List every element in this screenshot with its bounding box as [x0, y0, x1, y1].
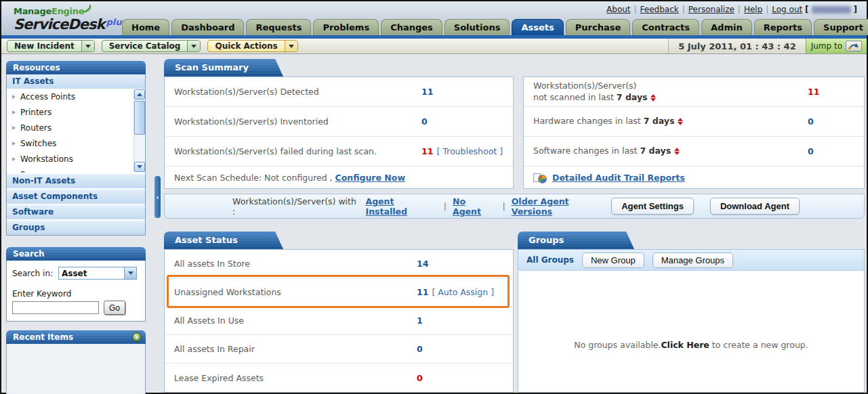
- row-value[interactable]: 0: [417, 344, 423, 354]
- configure-now-link[interactable]: Configure Now: [335, 173, 405, 183]
- sidebar-section-asset-components[interactable]: Asset Components: [7, 188, 145, 204]
- sidebar-section-groups[interactable]: Groups: [7, 219, 145, 235]
- scroll-thumb[interactable]: [134, 101, 145, 135]
- search-in-select[interactable]: Asset: [58, 267, 137, 280]
- row-value[interactable]: 0: [808, 116, 814, 127]
- row-value[interactable]: 11: [421, 87, 433, 97]
- tab-problems[interactable]: Problems: [313, 19, 379, 35]
- all-groups-label[interactable]: All Groups: [526, 255, 574, 265]
- search-panel-header: Search: [6, 247, 146, 261]
- row-value[interactable]: 11: [417, 287, 428, 297]
- new-incident-dropdown-icon[interactable]: [81, 41, 94, 51]
- sidebar-section-software[interactable]: Software: [7, 204, 145, 219]
- sidebar-item-servers[interactable]: Servers: [7, 167, 145, 173]
- sidebar-item-routers[interactable]: Routers: [7, 120, 145, 135]
- auto-assign-link[interactable]: [ Auto Assign ]: [432, 287, 494, 297]
- recent-items-body: [6, 344, 146, 394]
- top-links: About|Feedback|Personalize|Help|Log out …: [606, 5, 857, 14]
- logo-swoosh-icon: [83, 4, 92, 15]
- sidebar-item-access-points[interactable]: Access Points: [7, 89, 145, 104]
- tab-admin[interactable]: Admin: [701, 19, 752, 35]
- go-button[interactable]: Go: [104, 301, 125, 315]
- download-agent-button[interactable]: Download Agent: [710, 198, 800, 215]
- no-agent-link[interactable]: No Agent: [453, 196, 497, 217]
- help-link[interactable]: Help: [744, 5, 762, 14]
- troubleshoot-link[interactable]: [ Troubleshoot ]: [436, 146, 503, 156]
- link-separator: |: [634, 5, 637, 14]
- spinner-updown-icon[interactable]: [674, 148, 680, 155]
- sidebar-section-non-it-assets[interactable]: Non-IT Assets: [7, 173, 145, 188]
- tab-assets[interactable]: Assets: [512, 19, 563, 35]
- service-catalog-button[interactable]: Service Catalog: [102, 40, 201, 52]
- search-panel: Search Search in: Asset Enter Keyword Go: [6, 247, 146, 322]
- username-bracket-close: ]: [854, 5, 857, 14]
- feedback-link[interactable]: Feedback: [640, 5, 679, 14]
- scan-row-not-scanned: Workstation(s)/Server(s) not scanned in …: [524, 77, 864, 107]
- tab-solutions[interactable]: Solutions: [445, 19, 510, 35]
- label-bold: 7 days: [644, 116, 675, 126]
- scan-row-software-changes: Software changes in last 7 days 0: [524, 137, 864, 167]
- main-content: Scan Summary Workstation(s)/Server(s) De…: [164, 59, 865, 394]
- collapse-chevron-icon[interactable]: »: [132, 332, 142, 342]
- older-agent-versions-link[interactable]: Older Agent Versions: [512, 196, 611, 217]
- tab-changes[interactable]: Changes: [381, 19, 442, 35]
- spinner-updown-icon[interactable]: [650, 94, 656, 102]
- scroll-up-icon[interactable]: [134, 89, 145, 100]
- asset-status-box: All assets In Store 14 Unassigned Workst…: [164, 249, 514, 393]
- groups-panel-tab: Groups: [518, 232, 634, 249]
- agent-settings-button[interactable]: Agent Settings: [611, 198, 694, 215]
- about-link[interactable]: About: [606, 5, 630, 14]
- asset-row-in-repair: All assets In Repair 0: [165, 335, 513, 364]
- row-value[interactable]: 0: [421, 116, 428, 127]
- row-value[interactable]: 14: [417, 259, 428, 269]
- sidebar-item-switches[interactable]: Switches: [7, 135, 145, 151]
- manage-groups-button[interactable]: Manage Groups: [653, 253, 733, 268]
- quick-actions-button[interactable]: Quick Actions: [207, 40, 297, 52]
- detailed-audit-trail-link[interactable]: Detailed Audit Trail Reports: [552, 173, 685, 183]
- agent-prefix: Workstation(s)/Server(s) with :: [232, 196, 360, 217]
- agent-bar: Workstation(s)/Server(s) with : Agent In…: [164, 194, 865, 219]
- personalize-link[interactable]: Personalize: [688, 5, 735, 14]
- tab-requests[interactable]: Requests: [246, 19, 311, 35]
- new-incident-label: New Incident: [7, 41, 81, 51]
- quick-actions-dropdown-icon[interactable]: [285, 41, 297, 51]
- tab-dashboard[interactable]: Dashboard: [171, 19, 244, 35]
- keyword-input[interactable]: [12, 301, 99, 314]
- search-panel-body: Search in: Asset Enter Keyword Go: [6, 261, 146, 322]
- tab-reports[interactable]: Reports: [754, 19, 812, 35]
- scan-summary-left-box: Workstation(s)/Server(s) Detected 11 Wor…: [164, 76, 514, 189]
- jump-to-control[interactable]: Jump to: [806, 39, 867, 53]
- row-value[interactable]: 1: [417, 315, 423, 326]
- sidebar-section-it-assets[interactable]: IT Assets: [7, 74, 145, 89]
- sidebar-item-printers[interactable]: Printers: [7, 104, 145, 120]
- username-redacted: [812, 6, 851, 14]
- sidebar-item-workstations[interactable]: Workstations: [7, 151, 145, 167]
- logo-servicedesk: ServiceDesk: [14, 16, 104, 32]
- scan-row-hardware-changes: Hardware changes in last 7 days 0: [524, 107, 864, 137]
- new-group-button[interactable]: New Group: [582, 253, 644, 268]
- agent-installed-link[interactable]: Agent Installed: [365, 196, 437, 217]
- sidebar-collapse-handle[interactable]: ‹: [154, 176, 161, 218]
- row-value[interactable]: 0: [808, 146, 814, 156]
- row-label: Workstation(s)/Server(s) failed during l…: [174, 146, 421, 156]
- new-incident-button[interactable]: New Incident: [7, 40, 95, 52]
- spinner-updown-icon[interactable]: [678, 118, 683, 125]
- tab-home[interactable]: Home: [122, 19, 169, 35]
- service-catalog-dropdown-icon[interactable]: [187, 41, 200, 51]
- tree-scrollbar[interactable]: [133, 89, 144, 172]
- tab-purchase[interactable]: Purchase: [566, 19, 630, 35]
- tab-contracts[interactable]: Contracts: [632, 19, 699, 35]
- logout-link[interactable]: Log out: [772, 5, 802, 14]
- jump-to-icon[interactable]: [846, 41, 862, 51]
- tab-support[interactable]: Support: [814, 19, 868, 35]
- click-here-link[interactable]: Click Here: [661, 340, 709, 350]
- recent-items-header: Recent Items »: [6, 330, 146, 344]
- chevron-down-icon[interactable]: [124, 267, 136, 279]
- row-value[interactable]: 11: [421, 146, 433, 156]
- row-value[interactable]: 11: [808, 87, 819, 97]
- row-value[interactable]: 0: [417, 373, 423, 383]
- jump-to-label: Jump to: [811, 41, 842, 51]
- asset-row-unassigned-workstations: Unassigned Workstations 11 [ Auto Assign…: [165, 278, 513, 307]
- scan-summary-right-box: Workstation(s)/Server(s) not scanned in …: [523, 76, 865, 189]
- scroll-down-icon[interactable]: [134, 162, 145, 172]
